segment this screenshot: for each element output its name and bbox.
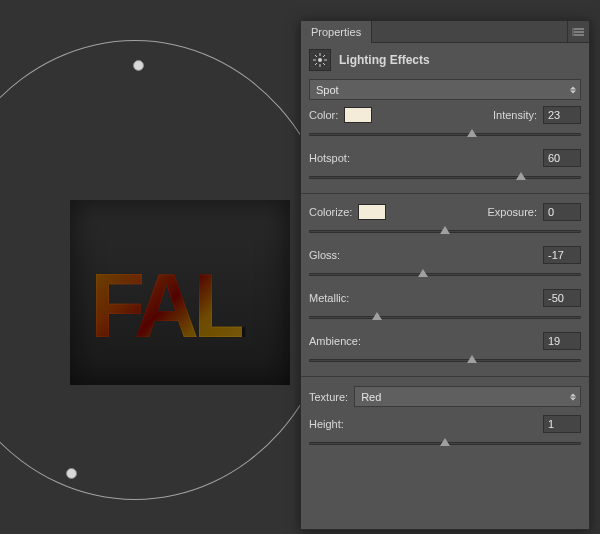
color-label: Color:	[309, 109, 338, 121]
metallic-slider[interactable]	[309, 310, 581, 324]
panel-tabbar: Properties	[301, 21, 589, 43]
ambience-slider-thumb[interactable]	[467, 355, 477, 363]
hotspot-slider[interactable]	[309, 170, 581, 184]
metallic-label: Metallic:	[309, 292, 349, 304]
group-ambience: Ambience: 19	[309, 332, 581, 367]
divider	[301, 193, 589, 194]
exposure-slider[interactable]	[309, 224, 581, 238]
gloss-label: Gloss:	[309, 249, 340, 261]
height-slider[interactable]	[309, 436, 581, 450]
texture-value: Red	[361, 391, 381, 403]
lighting-effects-icon	[309, 49, 331, 71]
exposure-field[interactable]: 0	[543, 203, 581, 221]
texture-label: Texture:	[309, 391, 348, 403]
height-field[interactable]: 1	[543, 415, 581, 433]
color-swatch[interactable]	[344, 107, 372, 123]
group-metallic: Metallic: -50	[309, 289, 581, 324]
intensity-field[interactable]: 23	[543, 106, 581, 124]
height-label: Height:	[309, 418, 344, 430]
gloss-slider[interactable]	[309, 267, 581, 281]
light-ellipse[interactable]	[0, 40, 340, 500]
light-handle-top[interactable]	[133, 60, 144, 71]
ambience-label: Ambience:	[309, 335, 361, 347]
metallic-slider-thumb[interactable]	[372, 312, 382, 320]
svg-line-6	[323, 63, 325, 65]
hotspot-label: Hotspot:	[309, 152, 350, 164]
panel-title: Lighting Effects	[339, 53, 430, 67]
gloss-field[interactable]: -17	[543, 246, 581, 264]
ambience-field[interactable]: 19	[543, 332, 581, 350]
dropdown-arrows-icon	[570, 86, 576, 93]
svg-point-0	[318, 58, 322, 62]
properties-panel: Properties Lighting Effects Spot Color: …	[300, 20, 590, 530]
height-slider-thumb[interactable]	[440, 438, 450, 446]
dropdown-arrows-icon	[570, 393, 576, 400]
svg-line-7	[323, 55, 325, 57]
texture-dropdown[interactable]: Red	[354, 386, 581, 407]
group-height: Height: 1	[309, 415, 581, 450]
ambience-slider[interactable]	[309, 353, 581, 367]
group-exposure: Colorize: Exposure: 0	[309, 203, 581, 238]
colorize-swatch[interactable]	[358, 204, 386, 220]
intensity-slider-thumb[interactable]	[467, 129, 477, 137]
divider	[301, 376, 589, 377]
gloss-slider-thumb[interactable]	[418, 269, 428, 277]
svg-line-5	[315, 55, 317, 57]
intensity-label: Intensity:	[493, 109, 537, 121]
light-type-value: Spot	[316, 84, 339, 96]
panel-header: Lighting Effects	[301, 43, 589, 75]
group-intensity: Color: Intensity: 23	[309, 106, 581, 141]
intensity-slider[interactable]	[309, 127, 581, 141]
panel-menu-icon[interactable]	[567, 21, 589, 43]
colorize-label: Colorize:	[309, 206, 352, 218]
group-texture: Texture: Red	[309, 386, 581, 407]
hotspot-field[interactable]: 60	[543, 149, 581, 167]
exposure-label: Exposure:	[487, 206, 537, 218]
light-handle-bottom[interactable]	[66, 468, 77, 479]
exposure-slider-thumb[interactable]	[440, 226, 450, 234]
panel-body: Spot Color: Intensity: 23 Hotspot: 60	[301, 75, 589, 460]
tab-properties[interactable]: Properties	[301, 21, 372, 43]
svg-line-8	[315, 63, 317, 65]
metallic-field[interactable]: -50	[543, 289, 581, 307]
group-hotspot: Hotspot: 60	[309, 149, 581, 184]
light-type-dropdown[interactable]: Spot	[309, 79, 581, 100]
hotspot-slider-thumb[interactable]	[516, 172, 526, 180]
group-gloss: Gloss: -17	[309, 246, 581, 281]
